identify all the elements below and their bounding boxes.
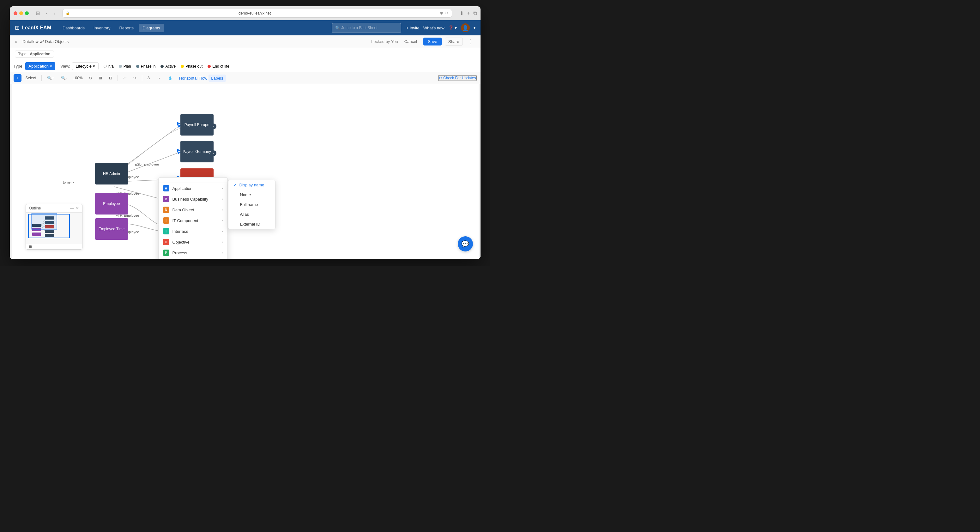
nav-diagrams[interactable]: Diagrams	[139, 24, 164, 32]
label-item-process[interactable]: P Process ›	[159, 247, 228, 258]
type-dropdown[interactable]: Application ▾	[25, 62, 55, 70]
node-payroll-europe-arrow[interactable]: ›	[211, 124, 216, 129]
na-dot	[103, 65, 107, 68]
tabs-overview-button[interactable]: ⧉	[473, 10, 477, 16]
undo-button[interactable]: ↩	[120, 74, 129, 82]
nav-dashboards[interactable]: Dashboards	[59, 24, 89, 32]
horizontal-flow-button[interactable]: Horizontal Flow	[179, 76, 208, 81]
submenu-external-id[interactable]: External ID	[228, 219, 275, 229]
outline-footer	[26, 244, 82, 249]
label-item-data-object[interactable]: D Data Object ›	[159, 204, 228, 215]
node-payroll-europe[interactable]: Payroll Europe	[180, 114, 213, 135]
minimize-button[interactable]	[19, 11, 23, 15]
view-dropdown[interactable]: Lifecycle ▾	[72, 62, 99, 70]
maximize-button[interactable]	[25, 11, 29, 15]
add-button[interactable]: +	[14, 74, 21, 82]
outline-minimize[interactable]: —	[70, 206, 74, 210]
zoom-out-button[interactable]: 🔍-	[58, 74, 70, 82]
sidebar-toggle[interactable]: ⊟	[34, 10, 42, 17]
node-employee-time[interactable]: Employee Time	[95, 218, 128, 240]
submenu-display-name[interactable]: ✓ Display name	[228, 180, 275, 190]
submenu-full-name[interactable]: Full name	[228, 200, 275, 209]
outline-close[interactable]: ✕	[76, 206, 79, 210]
logo-area: ⊞ LeanIX EAM	[15, 24, 51, 31]
nav-reports[interactable]: Reports	[116, 24, 138, 32]
application-arrow-icon: ›	[222, 186, 223, 191]
label-item-interface[interactable]: I Interface ›	[159, 226, 228, 237]
svg-marker-4	[177, 122, 180, 125]
business-capability-badge: B	[163, 196, 169, 202]
zoom-in-button[interactable]: 🔍+	[44, 74, 57, 82]
translate-icon: ⊕	[440, 11, 443, 16]
search-bar[interactable]: 🔍 Jump to a Fact Sheet	[332, 23, 401, 33]
fit-button[interactable]: ⊙	[86, 74, 95, 82]
canvas-area[interactable]: ESB, Employee FTP, Employee FTP, Employe…	[10, 84, 480, 259]
grid-button[interactable]: ⊟	[106, 74, 115, 82]
text-button[interactable]: A	[145, 74, 153, 82]
share-browser-button[interactable]: ⬆	[460, 10, 464, 16]
plan-label: Plan	[124, 64, 131, 68]
active-label: Active	[165, 64, 176, 68]
breadcrumb: » Dataflow w/ Data Objects	[15, 39, 69, 45]
label-item-business-capability[interactable]: B Business Capability ›	[159, 194, 228, 204]
new-tab-button[interactable]: +	[467, 10, 470, 16]
node-payroll-germany[interactable]: Payroll Germany	[180, 141, 213, 162]
right-scrollbar	[479, 84, 480, 259]
locked-status: Locked by You	[371, 39, 398, 44]
view-selector: View: Lifecycle ▾	[60, 62, 99, 70]
close-button[interactable]	[14, 11, 18, 15]
type-badge: Type: Application	[15, 51, 54, 57]
left-scrollbar	[10, 84, 12, 259]
lifecycle-plan: Plan	[119, 64, 131, 68]
zoom-in-icon: 🔍+	[47, 76, 54, 80]
reload-icon[interactable]: ↺	[445, 11, 449, 16]
breadcrumb-toggle[interactable]: »	[15, 39, 18, 45]
svg-rect-29	[32, 213, 57, 229]
submenu-name[interactable]: Name	[228, 190, 275, 200]
lifecycle-legend: n/a Plan Phase in Active Phase out	[103, 64, 229, 68]
svg-rect-24	[32, 233, 41, 236]
lifecycle-active: Active	[161, 64, 176, 68]
node-hr-admin[interactable]: HR Admin	[95, 163, 128, 185]
whats-new-button[interactable]: What's new	[423, 25, 444, 30]
logo-text: LeanIX EAM	[22, 25, 51, 31]
user-avatar[interactable]: 👤	[461, 23, 470, 32]
cancel-button[interactable]: Cancel	[401, 38, 420, 45]
label-item-objective[interactable]: O Objective ›	[159, 237, 228, 247]
phase-in-label: Phase in	[141, 64, 156, 68]
lifecycle-na: n/a	[103, 64, 114, 68]
check-updates-button[interactable]: ↻ Check For Updates	[438, 75, 476, 81]
browser-titlebar: ⊟ ‹ › 🔒 demo-eu.leanix.net ⊕ ↺ ⬆ + ⧉	[10, 6, 480, 20]
label-item-provider[interactable]: P Provider ›	[159, 258, 228, 259]
labels-button[interactable]: Labels	[208, 75, 226, 82]
arrow-button[interactable]: ↔	[154, 74, 164, 82]
shape-icon: 💧	[168, 76, 172, 80]
label-item-application[interactable]: A Application ›	[159, 183, 228, 194]
logo-icon: ⊞	[15, 24, 19, 31]
invite-button[interactable]: + Invite	[406, 25, 420, 30]
nav-inventory[interactable]: Inventory	[90, 24, 114, 32]
node-employee[interactable]: Employee	[95, 193, 128, 215]
share-button[interactable]: Share	[445, 38, 463, 46]
view-label: View:	[60, 64, 70, 68]
select-button[interactable]: Select	[23, 74, 39, 82]
help-button[interactable]: ❓ ▾	[448, 25, 457, 30]
chat-fab-button[interactable]: 💬	[458, 236, 473, 252]
top-navigation: ⊞ LeanIX EAM Dashboards Inventory Report…	[10, 20, 480, 35]
node-payroll-germany-arrow[interactable]: ›	[211, 150, 216, 156]
label-item-it-component[interactable]: I IT Component ›	[159, 215, 228, 226]
table-view-button[interactable]: ⊞	[96, 74, 105, 82]
back-button[interactable]: ‹	[44, 10, 49, 16]
address-bar[interactable]: 🔒 demo-eu.leanix.net ⊕ ↺	[62, 9, 452, 18]
redo-button[interactable]: ↪	[130, 74, 139, 82]
shape-button[interactable]: 💧	[165, 74, 175, 82]
submenu-alias[interactable]: Alias	[228, 209, 275, 219]
nav-right: + Invite What's new ❓ ▾ 👤 ▾	[406, 23, 476, 32]
avatar-dropdown[interactable]: ▾	[474, 25, 476, 30]
eol-label: End of life	[212, 64, 229, 68]
forward-button[interactable]: ›	[52, 10, 57, 16]
breadcrumb-bar: » Dataflow w/ Data Objects Locked by You…	[10, 35, 480, 48]
more-options-button[interactable]: ⋮	[466, 37, 476, 46]
nav-links: Dashboards Inventory Reports Diagrams	[59, 24, 327, 32]
save-button[interactable]: Save	[423, 38, 442, 46]
